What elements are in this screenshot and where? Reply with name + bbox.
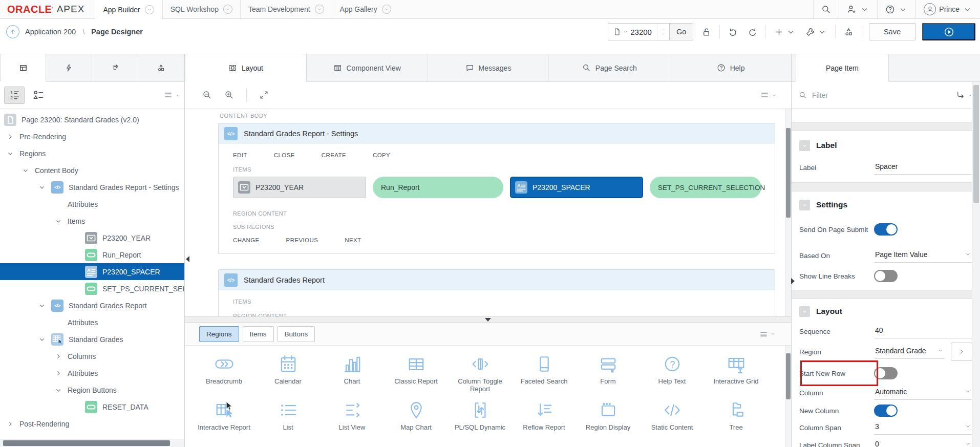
tab-dynamic-actions[interactable] — [46, 54, 92, 81]
gallery-item-classic-report[interactable]: Classic Report — [384, 353, 448, 393]
go-to-application-button[interactable] — [6, 25, 19, 38]
region-select[interactable]: Standard Grade — [874, 345, 945, 359]
tree-node-attributes[interactable]: Attributes — [0, 196, 184, 212]
label-value-field[interactable]: Spacer — [874, 161, 972, 175]
gallery-item-column-toggle-report[interactable]: Column Toggle Report — [448, 353, 512, 393]
undo-button[interactable] — [727, 27, 739, 37]
tree-menu-button[interactable] — [164, 91, 180, 99]
send-on-page-submit-toggle[interactable] — [874, 223, 898, 236]
gallery-item-interactive-grid[interactable]: Interactive Grid — [704, 353, 768, 393]
gallery-item-plsql-dynamic[interactable]: PL/SQL Dynamic — [448, 399, 512, 431]
chevron-down-icon[interactable] — [145, 5, 154, 14]
chevron-down-icon[interactable] — [54, 386, 62, 394]
zoom-out-icon[interactable] — [202, 90, 212, 100]
tree-node-region-settings[interactable]: </>Standard Grades Report - Settings — [0, 179, 184, 196]
region-report-header[interactable]: </> Standard Grades Report — [219, 270, 775, 290]
column-span-select[interactable]: 3 — [874, 421, 972, 435]
page-number-stepper[interactable] — [657, 24, 669, 40]
tree-node-item-run-report[interactable]: Run_Report — [0, 246, 184, 263]
gallery-splitter[interactable] — [185, 316, 791, 323]
region-report[interactable]: </> Standard Grades Report ITEMS REGION … — [218, 269, 775, 316]
collapse-section-icon[interactable] — [799, 306, 810, 317]
chevron-right-icon[interactable] — [6, 420, 14, 428]
button-copy[interactable]: COPY — [373, 152, 390, 158]
tab-messages[interactable]: Messages — [428, 54, 549, 81]
shared-components-button[interactable] — [842, 27, 855, 37]
collapse-section-icon[interactable] — [799, 140, 810, 151]
gallery-tab-items[interactable]: Items — [243, 326, 274, 342]
item-run-report[interactable]: Run_Report — [373, 177, 503, 198]
expand-icon[interactable] — [259, 90, 269, 100]
administration-menu[interactable] — [839, 0, 877, 18]
region-settings[interactable]: </> Standard Grades Report - Settings ED… — [218, 123, 775, 254]
start-new-row-toggle[interactable] — [874, 367, 898, 379]
page-number-input[interactable] — [630, 28, 657, 36]
filter-input[interactable] — [812, 91, 956, 99]
go-to-region-button[interactable] — [951, 343, 972, 361]
gallery-item-help-text[interactable]: Help Text — [640, 353, 704, 393]
gallery-item-chart[interactable]: Chart — [320, 353, 384, 393]
label-column-span-select[interactable]: 0 — [874, 438, 972, 447]
run-page-button[interactable] — [922, 23, 975, 40]
button-next[interactable]: NEXT — [345, 237, 361, 243]
scrollbar-thumb[interactable] — [786, 128, 791, 218]
tree-node-attributes-grid[interactable]: Attributes — [0, 365, 184, 381]
gallery-item-region-display[interactable]: Region Display — [576, 399, 640, 431]
chevron-right-icon[interactable] — [6, 133, 14, 141]
section-settings-header[interactable]: Settings — [799, 199, 980, 211]
tab-layout[interactable]: Layout — [185, 54, 307, 81]
scrollbar-thumb[interactable] — [3, 440, 170, 446]
lock-button[interactable] — [700, 27, 713, 37]
gallery-item-calendar[interactable]: Calendar — [256, 353, 320, 393]
tab-component-view[interactable]: Component View — [307, 54, 428, 81]
group-by-type-button[interactable] — [28, 87, 49, 104]
chevron-right-icon[interactable] — [54, 369, 62, 377]
gallery-scrollbar[interactable] — [785, 346, 791, 447]
tree-node-post-rendering[interactable]: Post-Rendering — [0, 415, 184, 432]
gallery-item-reflow-report[interactable]: Reflow Report — [512, 399, 576, 431]
chevron-right-icon[interactable] — [54, 352, 62, 360]
header-tab-app-builder[interactable]: App Builder — [95, 0, 162, 19]
gallery-menu-button[interactable] — [759, 330, 776, 338]
chevron-down-icon[interactable] — [22, 166, 30, 175]
layout-menu-button[interactable] — [760, 91, 777, 99]
tree-node-pre-rendering[interactable]: Pre-Rendering — [0, 128, 184, 145]
tab-help[interactable]: Help — [670, 54, 791, 81]
splitter-grip-icon[interactable] — [485, 318, 491, 322]
tree-node-page[interactable]: Page 23200: Standard Grades (v2.0) — [0, 111, 184, 128]
gallery-item-static-content[interactable]: Static Content — [640, 399, 704, 431]
show-line-breaks-toggle[interactable] — [874, 270, 898, 282]
chevron-down-icon[interactable] — [623, 29, 628, 34]
chevron-down-icon[interactable] — [382, 5, 391, 14]
tree-node-region-buttons[interactable]: Region Buttons — [0, 381, 184, 398]
gallery-item-list[interactable]: List — [256, 399, 320, 431]
help-menu[interactable] — [877, 0, 915, 18]
item-set-ps-current-selection[interactable]: SET_PS_CURRENT_SELECTION — [650, 177, 761, 198]
chevron-down-icon[interactable] — [38, 335, 46, 344]
new-column-toggle[interactable] — [874, 405, 898, 417]
tree-node-item-year[interactable]: P23200_YEAR — [0, 229, 184, 246]
tree-node-content-body[interactable]: Content Body — [0, 162, 184, 179]
property-go-to-group-button[interactable] — [956, 91, 973, 100]
tree-node-columns[interactable]: Columns — [0, 348, 184, 365]
chevron-down-icon[interactable] — [223, 5, 232, 14]
chevron-down-icon[interactable] — [38, 302, 46, 310]
search-button[interactable] — [813, 0, 839, 18]
user-menu[interactable]: Prince — [915, 0, 980, 18]
gallery-item-form[interactable]: Form — [576, 353, 640, 393]
scrollbar-thumb[interactable] — [973, 85, 979, 203]
section-label-header[interactable]: Label — [799, 139, 980, 152]
button-previous[interactable]: PREVIOUS — [286, 237, 318, 243]
utilities-menu[interactable] — [804, 27, 828, 37]
gallery-item-faceted-search[interactable]: Faceted Search — [512, 353, 576, 393]
header-tab-sql-workshop[interactable]: SQL Workshop — [162, 0, 240, 18]
button-close[interactable]: CLOSE — [274, 152, 295, 158]
gallery-item-breadcrumb[interactable]: Breadcrumb — [192, 353, 256, 393]
region-settings-header[interactable]: </> Standard Grades Report - Settings — [219, 123, 775, 144]
button-change[interactable]: CHANGE — [233, 237, 260, 243]
scrollbar-thumb[interactable] — [786, 353, 791, 399]
window-scrollbar[interactable] — [972, 82, 980, 447]
zoom-in-icon[interactable] — [224, 90, 234, 100]
tab-page-shared-components[interactable] — [138, 54, 184, 81]
section-layout-header[interactable]: Layout — [799, 305, 980, 317]
